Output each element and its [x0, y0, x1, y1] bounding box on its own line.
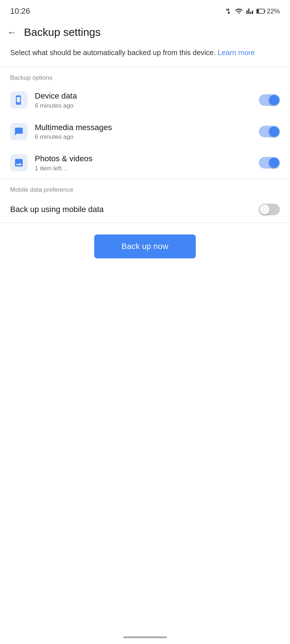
mobile-data-toggle[interactable]: [259, 204, 280, 215]
status-icons: 22%: [224, 7, 280, 15]
description-main: Select what should be automatically back…: [10, 49, 218, 57]
bluetooth-icon: [224, 7, 232, 15]
multimedia-messages-sublabel: 6 minutes ago: [35, 133, 252, 141]
back-button[interactable]: ←: [6, 26, 18, 38]
backup-options-section-header: Backup options: [0, 67, 290, 84]
photos-videos-icon: [10, 154, 28, 171]
status-time: 10:26: [10, 7, 30, 16]
photos-videos-sublabel: 1 item left…: [35, 165, 252, 172]
header: ← Backup settings: [0, 20, 290, 44]
photos-videos-row[interactable]: Photos & videos 1 item left…: [0, 147, 290, 179]
multimedia-messages-toggle-thumb: [269, 126, 279, 137]
multimedia-messages-text: Multimedia messages 6 minutes ago: [35, 122, 252, 141]
multimedia-messages-icon: [10, 123, 28, 140]
device-data-text: Device data 6 minutes ago: [35, 91, 252, 109]
photos-videos-toggle[interactable]: [259, 157, 280, 169]
status-bar: 10:26 22%: [0, 0, 290, 20]
device-data-label: Device data: [35, 91, 252, 101]
photos-videos-label: Photos & videos: [35, 154, 252, 164]
mobile-data-label: Back up using mobile data: [10, 205, 252, 214]
svg-rect-2: [257, 9, 259, 13]
svg-rect-1: [264, 10, 265, 12]
mobile-data-row[interactable]: Back up using mobile data: [0, 196, 290, 223]
device-data-toggle[interactable]: [259, 94, 280, 106]
page-title: Backup settings: [24, 26, 101, 38]
mobile-data-section-header: Mobile data preference: [0, 179, 290, 196]
mobile-data-toggle-thumb: [260, 204, 270, 215]
multimedia-messages-label: Multimedia messages: [35, 122, 252, 133]
backup-btn-container: Back up now: [0, 223, 290, 270]
battery-icon: 22%: [256, 8, 280, 15]
device-data-row[interactable]: Device data 6 minutes ago: [0, 84, 290, 116]
svg-rect-4: [19, 130, 21, 132]
back-up-now-button[interactable]: Back up now: [94, 234, 196, 258]
multimedia-messages-toggle[interactable]: [259, 126, 280, 137]
device-data-sublabel: 6 minutes ago: [35, 102, 252, 109]
description-text: Select what should be automatically back…: [0, 44, 290, 67]
learn-more-link[interactable]: Learn more: [218, 49, 255, 57]
multimedia-messages-row[interactable]: Multimedia messages 6 minutes ago: [0, 116, 290, 148]
bottom-nav-indicator: [123, 636, 167, 638]
device-data-icon: [10, 91, 28, 109]
svg-rect-3: [17, 130, 18, 132]
photos-videos-text: Photos & videos 1 item left…: [35, 154, 252, 172]
battery-percent: 22%: [267, 8, 280, 15]
signal-icon: [246, 7, 253, 15]
wifi-icon: [235, 7, 243, 15]
